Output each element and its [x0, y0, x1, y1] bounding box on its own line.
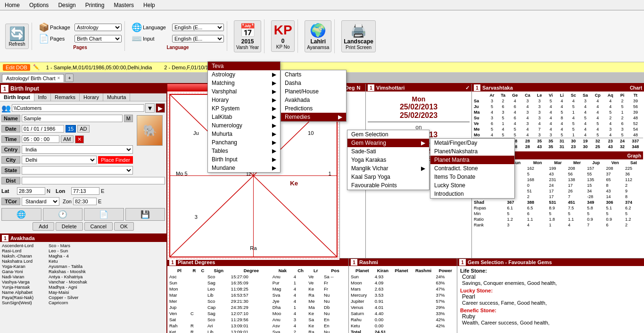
- add-button[interactable]: Add: [33, 222, 54, 231]
- tab-horary[interactable]: Horary: [80, 93, 103, 101]
- customer-browse-button[interactable]: ▼: [145, 103, 155, 113]
- landscape-button[interactable]: 🖨️ Landscape Print Screen: [341, 20, 376, 52]
- menu-home[interactable]: Home: [0, 1, 25, 9]
- doc-button[interactable]: 📄: [84, 208, 124, 221]
- gw-planet-nakshatra[interactable]: Planet/Nakshatra: [430, 147, 514, 156]
- rem-manglik[interactable]: Manglik Vichar▶: [347, 164, 429, 173]
- teva-menu-item-lalkitab[interactable]: LalKitab▶: [208, 113, 280, 121]
- teva-menu-item-numerology[interactable]: Numerology▶: [208, 121, 280, 130]
- charts-sub-remedies[interactable]: Remedies▶: [281, 113, 346, 121]
- teva-menu-item-astrology[interactable]: Astrology▶: [208, 70, 280, 79]
- refresh-section: 🔄 Refresh: [2, 23, 32, 50]
- rem-gem-selection[interactable]: Gem Selection: [347, 130, 429, 139]
- tab-astrology-birth-chart[interactable]: Astrology/ Birth Chart ×: [2, 74, 64, 82]
- globe-button[interactable]: 🌐: [1, 208, 41, 221]
- clock-button[interactable]: 🕐: [43, 208, 83, 221]
- charts-sub-planet-house[interactable]: Planet/House: [281, 87, 346, 96]
- cancel-button[interactable]: Cancel: [84, 222, 113, 231]
- shadbala-graph-btn[interactable]: Graph: [627, 153, 641, 158]
- date-ad-btn[interactable]: AD: [77, 125, 89, 133]
- menu-help[interactable]: Help: [139, 1, 160, 9]
- rem-kaal-sarp[interactable]: Kaal Sarp Yoga: [347, 173, 429, 181]
- tab-add-button[interactable]: +: [65, 74, 74, 82]
- refresh-button[interactable]: 🔄 Refresh: [5, 24, 29, 49]
- menu-printing[interactable]: Printing: [81, 1, 109, 9]
- teva-menu-item-mundane[interactable]: Mundane▶: [208, 164, 280, 172]
- shad-row-ratio: Ratio1.21.11.81.10.90.91.2: [474, 217, 642, 222]
- teva-menu-item-muhurta[interactable]: Muhurta▶: [208, 130, 280, 138]
- charts-sub-dasha[interactable]: Dasha: [281, 79, 346, 87]
- input-select[interactable]: English (E...: [172, 35, 224, 42]
- gw-lucky-stone[interactable]: Lucky Stone: [430, 181, 514, 190]
- av-label-11: SunSign(West): [2, 300, 47, 305]
- teva-menu-item-0[interactable]: Teva: [208, 62, 280, 70]
- charts-sub-avakhada[interactable]: Avakhada: [281, 96, 346, 104]
- shad-row-rank: Rank3414762: [474, 223, 642, 227]
- benefic-stone-name: Ruby: [462, 313, 641, 320]
- av-val-0: Sco - Mars: [49, 243, 70, 248]
- language-section-label: Language: [166, 45, 189, 50]
- rem-sade-sati[interactable]: Sade-Sati: [347, 147, 429, 156]
- time-clear-btn[interactable]: ✕: [75, 135, 84, 143]
- tab-close-button[interactable]: ×: [58, 75, 60, 81]
- gw-items-donate[interactable]: Items To Donate: [430, 173, 514, 181]
- package-select[interactable]: Astrology: [74, 24, 122, 31]
- menu-masters[interactable]: Masters: [109, 1, 139, 9]
- country-select[interactable]: India: [22, 145, 133, 154]
- charts-sub-charts[interactable]: Charts: [281, 70, 346, 79]
- save-button[interactable]: 💾: [125, 208, 165, 221]
- kp-button[interactable]: KP 0 KP No: [271, 20, 295, 52]
- tab-info[interactable]: Info: [34, 93, 51, 101]
- name-input[interactable]: [22, 115, 123, 122]
- avakhada-row-2: Naksh.-CharanMagha - 4: [2, 253, 165, 258]
- ok-button[interactable]: OK: [114, 222, 134, 231]
- date-input[interactable]: [22, 125, 64, 133]
- rem-gem-wearing[interactable]: Gem Wearing▶: [347, 139, 429, 147]
- teva-menu-item-tables[interactable]: Tables▶: [208, 147, 280, 155]
- pencil-icon[interactable]: ✏️: [33, 64, 40, 70]
- charts-sub-predictions[interactable]: Predictions: [281, 104, 346, 113]
- varsh-button[interactable]: 📅 2015 Varsh Year: [234, 20, 261, 52]
- zon-input[interactable]: [73, 198, 97, 205]
- name-btn[interactable]: M: [124, 115, 133, 122]
- delete-button[interactable]: Delete: [56, 222, 83, 231]
- rem-yoga-karakas[interactable]: Yoga Karakas: [347, 156, 429, 164]
- gw-contradict[interactable]: Contradict. Stone: [430, 164, 514, 173]
- state-select[interactable]: [22, 166, 133, 175]
- place-finder-button[interactable]: Place Finder: [98, 156, 133, 164]
- deity-image: 🐘: [137, 115, 163, 146]
- pages-select[interactable]: Birth Chart: [74, 35, 122, 42]
- gw-introduction[interactable]: Introduction: [430, 190, 514, 198]
- teva-menu-item-birthinput[interactable]: Birth Input▶: [208, 155, 280, 164]
- lon-input[interactable]: [71, 187, 99, 195]
- teva-menu-item-horary[interactable]: Horary▶: [208, 96, 280, 104]
- rem-favourable[interactable]: Favourable Points: [347, 181, 429, 190]
- tab-birth-input[interactable]: Birth Input: [0, 93, 34, 101]
- ayanamsa-button[interactable]: 🌍 Lahiri Ayanamsa: [305, 20, 331, 52]
- customer-path-input[interactable]: [12, 104, 144, 112]
- rashmi-header: 1 Rashmi: [349, 258, 457, 266]
- teva-menu-item-panchang[interactable]: Panchang▶: [208, 138, 280, 147]
- teva-menu-item-matching[interactable]: Matching▶: [208, 79, 280, 87]
- lat-input[interactable]: [17, 187, 45, 195]
- time-am-btn[interactable]: AM: [61, 135, 74, 143]
- teva-menu-item-kp[interactable]: KP System▶: [208, 104, 280, 113]
- menu-options[interactable]: Options: [25, 1, 53, 9]
- sarv-chart-btn[interactable]: Chart: [630, 85, 642, 91]
- language-select[interactable]: English (E...: [172, 24, 224, 31]
- edit-dob-button[interactable]: Edit DOB: [3, 64, 30, 71]
- dist-input[interactable]: [22, 177, 165, 184]
- gw-metal-finger[interactable]: Metal/Finger/Day: [430, 139, 514, 147]
- menu-design[interactable]: Design: [53, 1, 80, 9]
- svg-line-3: [170, 175, 253, 257]
- customer-action-button[interactable]: ▶: [156, 103, 165, 113]
- tab-muhurta[interactable]: Muhurta: [103, 93, 130, 101]
- city-select[interactable]: Delhi: [22, 156, 97, 164]
- gw-planet-mantra[interactable]: Planet Mantra: [430, 156, 514, 164]
- teva-menu-item-varshphal[interactable]: Varshphal▶: [208, 87, 280, 96]
- tab-remarks[interactable]: Remarks: [51, 93, 80, 101]
- n-label: N: [356, 85, 360, 91]
- time-input[interactable]: [22, 135, 59, 143]
- shad-row-rupas: Rupas6.16.58.97.55.85.16.2: [474, 206, 642, 210]
- tcor-select[interactable]: Standard: [22, 197, 59, 206]
